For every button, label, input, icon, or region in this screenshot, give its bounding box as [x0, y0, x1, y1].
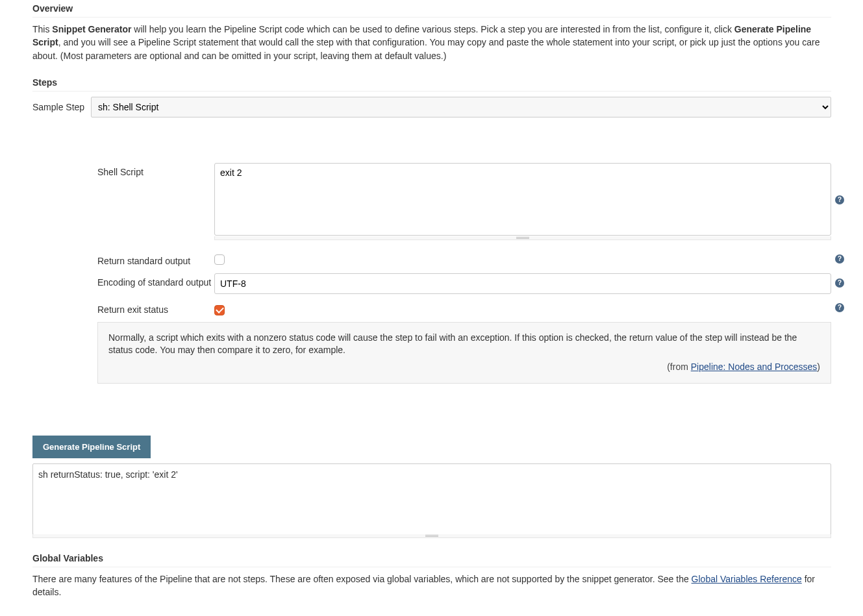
generate-pipeline-script-button[interactable]: Generate Pipeline Script	[32, 436, 151, 458]
overview-text: This Snippet Generator will help you lea…	[32, 23, 831, 62]
global-text-pre: There are many features of the Pipeline …	[32, 574, 692, 584]
return-status-checkbox[interactable]	[214, 305, 225, 315]
global-variables-reference-link[interactable]: Global Variables Reference	[692, 574, 802, 584]
return-stdout-checkbox[interactable]	[214, 254, 225, 265]
overview-bold-snippet: Snippet Generator	[52, 24, 131, 34]
output-resize-handle[interactable]	[32, 534, 831, 538]
sample-step-label: Sample Step	[32, 97, 91, 112]
help-icon[interactable]: ?	[835, 254, 844, 264]
encoding-label: Encoding of standard output	[97, 273, 214, 288]
shell-script-textarea[interactable]: exit 2	[214, 163, 831, 236]
help-panel: Normally, a script which exits with a no…	[97, 322, 831, 384]
overview-heading: Overview	[32, 0, 831, 18]
textarea-resize-handle[interactable]	[214, 236, 831, 240]
overview-text-pre: This	[32, 24, 52, 34]
help-panel-text: Normally, a script which exits with a no…	[108, 332, 820, 357]
shell-script-label: Shell Script	[97, 163, 214, 177]
global-variables-heading: Global Variables	[32, 550, 831, 567]
generated-script-output[interactable]: sh returnStatus: true, script: 'exit 2'	[32, 463, 831, 535]
overview-text-mid1: will help you learn the Pipeline Script …	[131, 24, 734, 34]
help-from-link[interactable]: Pipeline: Nodes and Processes	[691, 362, 818, 372]
steps-heading: Steps	[32, 74, 831, 92]
help-from-prefix: (from	[667, 362, 691, 372]
help-icon[interactable]: ?	[835, 303, 844, 312]
help-icon[interactable]: ?	[835, 278, 844, 288]
help-from-suffix: )	[817, 362, 820, 372]
return-stdout-label: Return standard output	[97, 252, 214, 266]
global-variables-text: There are many features of the Pipeline …	[32, 573, 831, 599]
overview-text-mid2: , and you will see a Pipeline Script sta…	[32, 37, 819, 60]
return-status-label: Return exit status	[97, 301, 214, 315]
help-icon[interactable]: ?	[835, 195, 844, 204]
encoding-input[interactable]	[214, 273, 831, 294]
sample-step-select[interactable]: sh: Shell Script	[91, 97, 831, 117]
